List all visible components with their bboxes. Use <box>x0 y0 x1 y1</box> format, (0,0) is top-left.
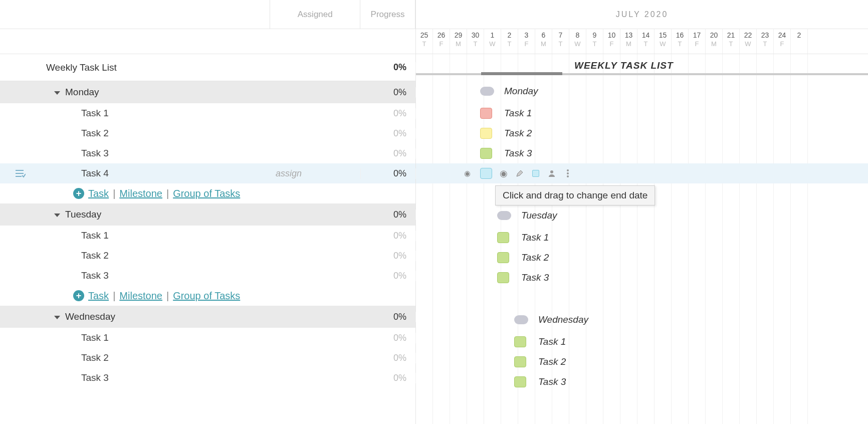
day-column: 16T <box>672 29 689 54</box>
day-column: 8W <box>569 29 586 54</box>
day-column: 9T <box>586 29 603 54</box>
drag-end-handle-icon[interactable]: ◉ <box>499 169 508 178</box>
add-task-link[interactable]: Task <box>88 290 109 302</box>
timeline-task[interactable]: Task 1 <box>416 332 868 352</box>
task-list-panel: Assigned Progress Weekly Task List 0% Mo… <box>0 0 416 424</box>
group-row-tuesday[interactable]: Tuesday 0% <box>0 203 415 226</box>
day-column: 26F <box>433 29 450 54</box>
day-column: 1W <box>484 29 501 54</box>
group-row-monday[interactable]: Monday 0% <box>0 81 415 103</box>
day-column: 2 <box>791 29 808 54</box>
pencil-icon[interactable] <box>515 169 524 178</box>
col-header-assigned: Assigned <box>270 0 360 29</box>
day-column: 15W <box>655 29 672 54</box>
day-column: 7T <box>552 29 569 54</box>
svg-point-4 <box>567 169 569 171</box>
chevron-down-icon[interactable] <box>54 91 60 95</box>
day-column: 25T <box>416 29 433 54</box>
day-column: 2T <box>501 29 518 54</box>
tooltip: Click and drag to change end date <box>495 185 655 205</box>
day-column: 10F <box>603 29 620 54</box>
col-header-progress: Progress <box>360 0 415 29</box>
day-column: 21T <box>723 29 740 54</box>
day-column: 22W <box>740 29 757 54</box>
plus-icon[interactable]: + <box>73 188 84 199</box>
plus-icon[interactable]: + <box>73 290 84 301</box>
chevron-down-icon[interactable] <box>54 214 60 217</box>
day-column: 23T <box>757 29 774 54</box>
timeline-task[interactable]: Task 1 <box>416 103 868 123</box>
task-row[interactable]: Task 3 0% <box>0 143 415 163</box>
day-column: 24F <box>774 29 791 54</box>
timeline-title-row: WEEKLY TASK LIST <box>416 54 868 81</box>
day-column: 20M <box>706 29 723 54</box>
day-column: 17F <box>689 29 706 54</box>
svg-point-5 <box>567 172 569 174</box>
timeline-group-tuesday[interactable]: Tuesday <box>416 205 868 226</box>
group-pill[interactable] <box>480 87 494 96</box>
project-title: Weekly Task List <box>40 62 271 73</box>
drag-start-handle-icon[interactable]: ◉ <box>464 169 471 178</box>
add-milestone-link[interactable]: Milestone <box>119 290 162 302</box>
left-header: Assigned Progress <box>0 0 415 29</box>
task-row[interactable]: Task 2 0% <box>0 246 415 266</box>
timeline-task[interactable]: Task 3 <box>416 268 868 288</box>
project-title-row[interactable]: Weekly Task List 0% <box>0 54 415 81</box>
task-row-selected[interactable]: Task 4 assign 0% <box>0 163 415 183</box>
task-row[interactable]: Task 3 0% <box>0 368 415 388</box>
svg-point-6 <box>567 175 569 177</box>
timeline-task-selected[interactable]: ◉ ◉ <box>416 163 868 183</box>
timeline-task[interactable]: Task 1 <box>416 228 868 248</box>
add-task-link[interactable]: Task <box>88 188 109 199</box>
svg-point-3 <box>550 170 553 173</box>
timeline-task[interactable]: Task 2 <box>416 352 868 372</box>
add-group-link[interactable]: Group of Tasks <box>173 290 240 302</box>
task-row[interactable]: Task 1 0% <box>0 103 415 123</box>
day-column: 30T <box>467 29 484 54</box>
gantt-timeline[interactable]: JULY 2020 25T26F29M30T1W2T3F6M7T8W9T10F1… <box>416 0 868 424</box>
timeline-group-wednesday[interactable]: Wednesday <box>416 310 868 330</box>
color-swatch-icon[interactable] <box>531 169 540 178</box>
add-row: + Task | Milestone | Group of Tasks <box>0 286 415 306</box>
timeline-group-monday[interactable]: Monday <box>416 81 868 101</box>
day-column: 14T <box>637 29 655 54</box>
task-checklist-icon <box>15 169 26 178</box>
chevron-down-icon[interactable] <box>54 316 60 319</box>
timeline-task[interactable]: Task 2 <box>416 123 868 143</box>
day-column: 3F <box>518 29 535 54</box>
project-progress: 0% <box>361 62 416 73</box>
task-row[interactable]: Task 2 0% <box>0 123 415 143</box>
day-column: 6M <box>535 29 552 54</box>
group-row-wednesday[interactable]: Wednesday 0% <box>0 306 415 328</box>
person-icon[interactable] <box>547 169 556 178</box>
task-row[interactable]: Task 1 0% <box>0 226 415 246</box>
timeline-month-label: JULY 2020 <box>416 0 868 29</box>
add-group-link[interactable]: Group of Tasks <box>173 188 240 199</box>
task-row[interactable]: Task 1 0% <box>0 328 415 348</box>
assign-input[interactable]: assign <box>271 168 361 179</box>
add-milestone-link[interactable]: Milestone <box>119 188 162 199</box>
more-vertical-icon[interactable] <box>563 169 572 178</box>
day-column: 13M <box>620 29 637 54</box>
timeline-task[interactable]: Task 2 <box>416 248 868 268</box>
timeline-task[interactable]: Task 3 <box>416 143 868 163</box>
timeline-days-header: 25T26F29M30T1W2T3F6M7T8W9T10F13M14T15W16… <box>416 29 868 54</box>
day-column: 29M <box>450 29 467 54</box>
timeline-task[interactable]: Task 3 <box>416 372 868 392</box>
add-row: + Task | Milestone | Group of Tasks <box>0 183 415 203</box>
task-row[interactable]: Task 3 0% <box>0 266 415 286</box>
task-row[interactable]: Task 2 0% <box>0 348 415 368</box>
